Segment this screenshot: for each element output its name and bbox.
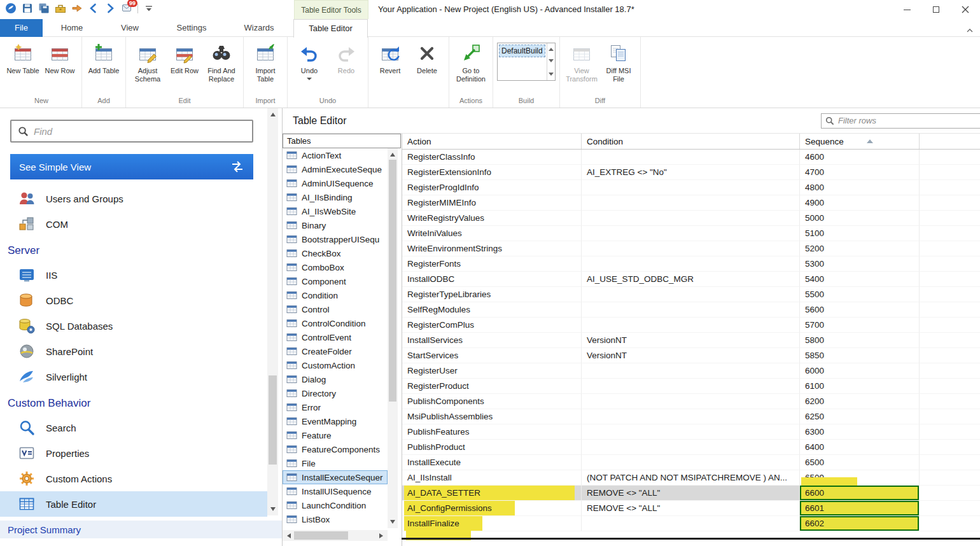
tables-list-item[interactable]: CreateFolder [283, 344, 388, 358]
tables-horizontal-scrollbar[interactable] [283, 530, 388, 541]
tables-list-item[interactable]: ControlEvent [283, 330, 388, 344]
table-row[interactable]: PublishFeatures6300 [402, 424, 980, 440]
sidebar-item-custom-actions[interactable]: Custom Actions [0, 466, 267, 491]
tables-list-item[interactable]: ActionText [283, 148, 388, 162]
tables-list-item[interactable]: Component [283, 274, 388, 288]
deploy-button[interactable] [71, 3, 83, 14]
table-row[interactable]: InstallODBCAI_USE_STD_ODBC_MGR5400 [402, 272, 980, 287]
table-row[interactable]: PublishProduct6400 [402, 440, 980, 455]
column-header-sequence[interactable]: Sequence [800, 134, 920, 149]
sidebar-item-sql-databases[interactable]: SQL Databases [0, 313, 267, 339]
project-summary-link[interactable]: Project Summary [0, 521, 282, 538]
table-row[interactable]: RegisterMIMEInfo4900 [402, 195, 980, 211]
import-table-button[interactable]: Import Table [248, 39, 283, 83]
table-row[interactable]: AI_DATA_SETTERREMOVE <> "ALL"6600 [402, 486, 980, 501]
sidebar-scrollbar[interactable] [267, 108, 278, 515]
table-row[interactable]: RegisterComPlus5700 [402, 318, 980, 333]
tables-list-item[interactable]: File [283, 456, 388, 470]
tables-list-item[interactable]: BootstrapperUISequ [283, 232, 388, 246]
diff-msi-file-button[interactable]: Diff MSI File [601, 39, 636, 83]
tab-home[interactable]: Home [43, 19, 101, 37]
see-simple-view-button[interactable]: See Simple View [10, 154, 253, 179]
table-row[interactable]: WriteIniValues5100 [402, 226, 980, 241]
revert-button[interactable]: Revert [372, 39, 408, 75]
table-row[interactable]: InstallExecute6500 [402, 455, 980, 470]
table-row[interactable]: RegisterClassInfo4600 [402, 150, 980, 165]
table-row[interactable]: AI_IIsInstall(NOT PATCH AND NOT MSIPATCH… [402, 470, 980, 486]
tables-list-item[interactable]: ComboBox [283, 260, 388, 274]
table-row[interactable]: WriteEnvironmentStrings5200 [402, 241, 980, 256]
sidebar-item-sharepoint[interactable]: SharePoint [0, 339, 267, 364]
tables-list-item[interactable]: AdminExecuteSeque [283, 162, 388, 176]
tables-list-item[interactable]: AdminUISequence [283, 176, 388, 190]
find-box[interactable] [10, 120, 253, 143]
collapse-ribbon-button[interactable] [966, 25, 974, 37]
tables-list-item[interactable]: CheckBox [283, 246, 388, 260]
tables-list-item[interactable]: ControlCondition [283, 316, 388, 330]
undo-button[interactable]: Undo [291, 39, 327, 83]
close-button[interactable] [951, 0, 980, 19]
table-row[interactable]: RegisterUser6000 [402, 363, 980, 379]
tables-list-item[interactable]: InstallUISequence [283, 484, 388, 498]
table-row[interactable]: RegisterTypeLibraries5500 [402, 287, 980, 302]
table-row[interactable]: InstallFinalize6602 [402, 516, 980, 531]
tables-list-item[interactable]: Binary [283, 218, 388, 232]
scrollbar-thumb[interactable] [269, 375, 277, 465]
scroll-right-arrow[interactable] [377, 530, 388, 541]
add-table-button[interactable]: Add Table [86, 39, 122, 75]
build-listbox[interactable]: DefaultBuild [497, 43, 556, 81]
sidebar-item-users-and-groups[interactable]: Users and Groups [0, 186, 267, 211]
tables-list-item[interactable]: Control [283, 302, 388, 316]
sidebar-item-search[interactable]: Search [0, 415, 267, 440]
filter-rows-input[interactable] [838, 116, 977, 125]
table-row[interactable]: StartServicesVersionNT5850 [402, 348, 980, 363]
save-button[interactable] [22, 3, 33, 14]
column-header-condition[interactable]: Condition [582, 134, 800, 149]
tables-list-item[interactable]: Condition [283, 288, 388, 302]
new-row-button[interactable]: New Row [42, 39, 78, 75]
table-row[interactable]: RegisterProduct6100 [402, 379, 980, 394]
adjust-schema-button[interactable]: Adjust Schema [130, 39, 165, 83]
tables-list-item[interactable]: Error [283, 400, 388, 414]
tables-list-item[interactable]: FeatureComponents [283, 442, 388, 456]
edit-row-button[interactable]: Edit Row [167, 39, 202, 75]
messages-button[interactable]: 99 [121, 3, 132, 14]
minimize-button[interactable] [892, 0, 921, 19]
build-button[interactable] [55, 3, 66, 14]
tables-list-item[interactable]: AI_IIsWebSite [283, 204, 388, 218]
column-header-action[interactable]: Action [402, 134, 582, 149]
app-button[interactable] [5, 3, 17, 14]
tables-list-item[interactable]: ListBox [283, 512, 388, 526]
table-row[interactable]: PublishComponents6200 [402, 394, 980, 409]
back-button[interactable] [88, 3, 99, 14]
tables-list-item[interactable]: Feature [283, 428, 388, 442]
tab-settings[interactable]: Settings [158, 19, 225, 37]
sidebar-item-silverlight[interactable]: Silverlight [0, 364, 267, 389]
tables-list-item[interactable]: AI_IIsBinding [283, 190, 388, 204]
tables-list-item[interactable]: InstallExecuteSequer [283, 470, 388, 484]
forward-button[interactable] [104, 3, 116, 14]
qat-caret-button[interactable] [143, 3, 155, 14]
table-row[interactable]: AI_ConfigPermissionsREMOVE <> "ALL"6601 [402, 501, 980, 516]
tables-list-item[interactable]: EventMapping [283, 414, 388, 428]
tab-view[interactable]: View [101, 19, 158, 37]
build-scroll-rail[interactable] [547, 43, 555, 80]
scroll-down-arrow[interactable] [388, 518, 398, 528]
tables-panel-header[interactable]: Tables [283, 134, 401, 148]
scroll-up-arrow[interactable] [267, 108, 278, 118]
tab-file[interactable]: File [0, 19, 43, 37]
table-row[interactable]: RegisterExtensionInfoAI_EXTREG <> "No"47… [402, 165, 980, 180]
sidebar-item-com[interactable]: COM [0, 211, 267, 237]
scrollbar-thumb[interactable] [389, 160, 396, 402]
sidebar-item-properties[interactable]: Properties [0, 440, 267, 466]
tables-list-item[interactable]: CustomAction [283, 358, 388, 372]
scrollbar-thumb[interactable] [294, 531, 348, 540]
sidebar-item-iis[interactable]: IIS [0, 262, 267, 288]
table-row[interactable]: RegisterProgIdInfo4800 [402, 180, 980, 195]
tables-list-item[interactable]: LaunchCondition [283, 498, 388, 512]
tab-wizards[interactable]: Wizards [225, 19, 293, 37]
scroll-up-arrow[interactable] [388, 148, 398, 158]
table-row[interactable]: RegisterFonts5300 [402, 256, 980, 272]
go-to-definition-button[interactable]: Go to Definition [453, 39, 489, 83]
new-table-button[interactable]: New Table [5, 39, 41, 75]
